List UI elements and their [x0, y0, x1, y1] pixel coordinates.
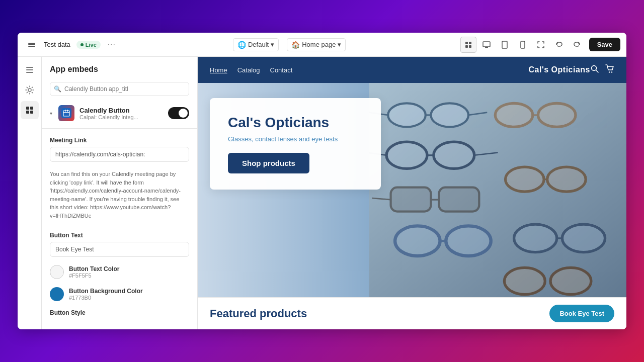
embed-name: Calendly Button [79, 107, 163, 114]
svg-rect-18 [30, 111, 33, 114]
search-input[interactable] [50, 82, 189, 96]
svg-point-48 [505, 167, 544, 192]
nav-icon-apps[interactable] [21, 101, 39, 119]
svg-rect-8 [485, 47, 488, 48]
nav-link-home[interactable]: Home [210, 66, 227, 74]
bg-color-info: Button Background Color #1773B0 [69, 288, 143, 301]
tablet-view-button[interactable] [497, 37, 513, 53]
nav-link-catalog[interactable]: Catalog [237, 66, 260, 74]
search-icon: 🔍 [54, 85, 61, 93]
svg-rect-22 [67, 110, 68, 112]
nav-icon-home[interactable] [21, 61, 39, 79]
button-text-input[interactable] [50, 242, 189, 257]
svg-rect-17 [26, 111, 29, 114]
text-color-swatch[interactable] [50, 265, 64, 279]
more-options-button[interactable]: ··· [105, 38, 119, 52]
search-nav-icon[interactable] [590, 64, 599, 75]
button-text-label: Button Text [50, 232, 189, 239]
meeting-link-label: Meeting Link [50, 137, 189, 144]
search-bar: 🔍 [50, 82, 189, 96]
help-text: You can find this on your Calendly meeti… [42, 166, 197, 226]
chevron-down-icon: ▾ [271, 41, 274, 48]
text-color-field: Button Text Color #F5F5F5 [42, 261, 197, 283]
svg-point-55 [550, 267, 591, 294]
svg-rect-21 [65, 110, 66, 112]
top-bar-center: 🌐 Default ▾ 🏠 Home page ▾ [123, 38, 456, 51]
svg-rect-4 [469, 42, 471, 44]
svg-rect-0 [28, 43, 35, 44]
svg-rect-2 [28, 46, 35, 47]
svg-point-26 [611, 71, 612, 72]
icon-bar [18, 57, 42, 329]
bg-color-swatch[interactable] [50, 287, 64, 301]
live-label: Live [86, 42, 97, 48]
text-color-info: Button Text Color #F5F5F5 [69, 265, 119, 279]
svg-rect-10 [521, 41, 525, 48]
save-button[interactable]: Save [589, 38, 620, 51]
svg-point-46 [446, 226, 491, 256]
embed-item[interactable]: ▾ Calendly Button Calpal: Calendly Integ… [42, 100, 197, 126]
svg-point-51 [514, 224, 556, 252]
site-nav-links: Home Catalog Contact [210, 66, 529, 74]
book-eye-test-button[interactable]: Book Eye Test [549, 305, 614, 322]
chevron-down-icon-2: ▾ [338, 41, 341, 48]
svg-rect-11 [26, 67, 33, 68]
main-area: App embeds 🔍 ▾ [18, 57, 626, 329]
svg-rect-41 [390, 188, 431, 212]
meeting-link-input[interactable] [50, 147, 189, 162]
home-icon: 🏠 [291, 41, 300, 49]
hero-section: Cal's Opticians Glasses, contact lenses … [198, 83, 626, 297]
site-nav-icons [590, 64, 614, 75]
resize-button[interactable] [533, 37, 549, 53]
glasses-background [369, 83, 626, 297]
hero-card: Cal's Opticians Glasses, contact lenses … [210, 98, 381, 190]
svg-rect-9 [502, 41, 507, 48]
preview-area: Home Catalog Contact Cal's Opticians [198, 57, 626, 329]
site-nav: Home Catalog Contact Cal's Opticians [198, 57, 626, 83]
home-page-dropdown[interactable]: 🏠 Home page ▾ [287, 38, 346, 51]
default-dropdown[interactable]: 🌐 Default ▾ [233, 38, 279, 51]
desktop-view-button[interactable] [478, 37, 495, 53]
hero-title: Cal's Opticians [228, 114, 363, 131]
svg-rect-42 [439, 188, 479, 212]
svg-point-36 [386, 142, 427, 168]
svg-rect-19 [61, 108, 71, 118]
test-data-label: Test data [44, 41, 70, 48]
svg-point-34 [538, 103, 576, 127]
divider-1 [42, 128, 197, 129]
svg-point-14 [28, 88, 31, 92]
button-text-section: Button Text [42, 226, 197, 261]
top-bar-right: Save [460, 37, 620, 53]
redo-button[interactable] [569, 37, 585, 53]
svg-rect-12 [26, 69, 33, 70]
live-badge: Live [76, 41, 101, 49]
nav-link-contact[interactable]: Contact [270, 66, 293, 74]
cart-nav-icon[interactable] [605, 64, 614, 75]
svg-point-37 [434, 142, 474, 168]
svg-point-52 [562, 224, 605, 252]
default-label: Default [248, 41, 269, 48]
svg-rect-23 [63, 112, 69, 113]
meeting-link-section: Meeting Link [42, 131, 197, 166]
calendly-icon [58, 105, 74, 121]
bg-color-field: Button Background Color #1773B0 [42, 283, 197, 305]
embed-toggle[interactable] [168, 107, 189, 119]
embed-sub: Calpal: Calendly Integ... [79, 114, 163, 120]
svg-rect-6 [469, 45, 471, 48]
svg-point-54 [504, 267, 545, 294]
svg-rect-1 [28, 44, 35, 45]
svg-rect-15 [26, 107, 29, 110]
shop-products-button[interactable]: Shop products [228, 153, 309, 173]
svg-point-49 [547, 167, 586, 192]
nav-icon-settings[interactable] [21, 81, 39, 99]
toggle-knob [179, 109, 188, 118]
home-page-label: Home page [302, 41, 336, 48]
svg-point-25 [609, 71, 610, 72]
undo-button[interactable] [551, 37, 567, 53]
bg-color-hex: #1773B0 [69, 295, 143, 301]
back-button[interactable] [24, 37, 40, 53]
svg-rect-7 [483, 42, 490, 47]
mobile-view-button[interactable] [515, 37, 531, 53]
text-color-hex: #F5F5F5 [69, 273, 119, 279]
select-tool-button[interactable] [460, 37, 476, 53]
